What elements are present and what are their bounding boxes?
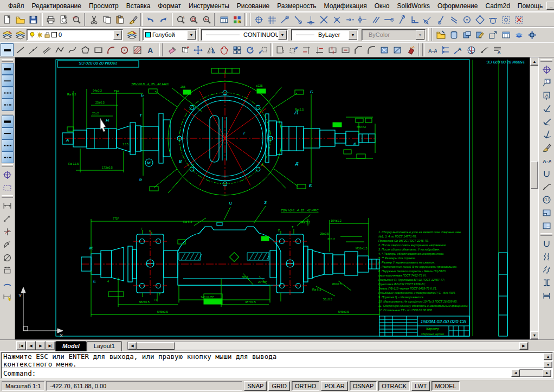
datum-frame-button[interactable] [540, 89, 553, 102]
scroll-up-button[interactable]: ▲ [530, 57, 539, 66]
command-scroll-down[interactable]: ▼ [544, 361, 552, 368]
lwt-toggle[interactable]: LWT [411, 381, 430, 391]
lineweight-combo-arrow[interactable]: ▼ [349, 30, 357, 40]
command-scroll-up[interactable]: ▲ [544, 353, 552, 360]
dim-radius-button[interactable] [1, 238, 14, 251]
table-style-button[interactable] [499, 28, 512, 41]
hatch-button[interactable] [131, 43, 144, 56]
detail-view-button[interactable] [540, 206, 553, 219]
break-button[interactable] [326, 43, 339, 56]
position-marker-button[interactable] [540, 76, 553, 89]
weld-designation-button[interactable] [540, 141, 553, 154]
surface-finish-button[interactable] [540, 102, 553, 115]
print-preview-button[interactable] [57, 13, 70, 26]
erase-button[interactable] [165, 43, 178, 56]
osnap-quadrant2-button[interactable] [473, 13, 486, 26]
extend-button[interactable] [313, 43, 326, 56]
snap-toggle[interactable]: SNAP [244, 381, 267, 391]
move-button[interactable] [191, 43, 204, 56]
block-editor-button[interactable] [434, 28, 447, 41]
command-vscrollbar[interactable]: ▲ ▼ [544, 353, 552, 368]
zoom-previous-button[interactable] [200, 13, 213, 26]
osnap-from-button[interactable] [278, 13, 291, 26]
print-button[interactable] [44, 13, 57, 26]
menu-draw[interactable]: Рисование [233, 1, 273, 11]
osnap-center2-button[interactable] [460, 13, 473, 26]
section-view-button[interactable] [540, 154, 553, 167]
trim-button[interactable] [300, 43, 313, 56]
command-scroll-left[interactable]: ◀ [511, 369, 520, 377]
menu-edit[interactable]: Редактирование [28, 1, 85, 11]
canvas-vscrollbar[interactable]: ▲ ▼ [530, 57, 538, 339]
menu-window[interactable]: Окно [371, 1, 394, 11]
layer-dashed-button[interactable] [2, 139, 14, 151]
open-button[interactable] [14, 13, 27, 26]
linetype-combo[interactable]: CONTINUOUS ▼ [201, 29, 288, 41]
cut-button[interactable] [87, 13, 100, 26]
menu-file[interactable]: Файл [4, 1, 28, 11]
rectangle-button[interactable] [92, 43, 105, 56]
osnap-none-button[interactable] [512, 13, 525, 26]
scale-reference-button[interactable] [486, 28, 499, 41]
tab-first-button[interactable]: |◀ [16, 341, 26, 350]
menu-modify[interactable]: Модификация [320, 1, 371, 11]
scroll-down-button[interactable]: ▼ [530, 331, 539, 339]
multiline-button[interactable] [40, 43, 53, 56]
dim-symmetry-button[interactable] [1, 225, 14, 238]
layer-manager-button[interactable] [1, 28, 14, 41]
new-button[interactable] [1, 13, 14, 26]
seam-bracket-button[interactable] [540, 276, 553, 289]
dim-aligned-button[interactable] [1, 212, 14, 225]
osnap-extension-button[interactable] [343, 13, 356, 26]
center-mark2-button[interactable] [540, 63, 553, 76]
scroll-right-button[interactable]: ▶ [519, 342, 528, 350]
command-scroll-right[interactable]: ▶ [543, 369, 551, 377]
tolerance-button[interactable] [465, 43, 478, 56]
model-toggle[interactable]: MODEL [431, 381, 459, 391]
lineweight-combo[interactable]: ByLayer ▼ [291, 29, 358, 41]
array-button[interactable] [230, 43, 243, 56]
tab-last-button[interactable]: ▶| [46, 341, 55, 350]
linetype-combo-arrow[interactable]: ▼ [278, 30, 287, 40]
canvas-hscrollbar[interactable]: ◀ ▶ [127, 342, 529, 350]
lineweight-thin-button[interactable] [2, 75, 14, 87]
osnap-settings-button[interactable] [499, 13, 512, 26]
layer-dashdot-button[interactable] [2, 151, 14, 163]
rotate-button[interactable] [243, 43, 256, 56]
ortho-toggle[interactable]: ORTHO [292, 381, 320, 391]
slope-button[interactable] [391, 43, 404, 56]
position-circle-button[interactable] [540, 193, 553, 206]
line-button[interactable] [14, 43, 27, 56]
stretch-button[interactable] [287, 43, 300, 56]
properties-button[interactable] [473, 28, 486, 41]
paste-button[interactable] [113, 13, 126, 26]
solids-button[interactable] [512, 28, 525, 41]
drawing-canvas[interactable]: 1500М.02.00.020 СБ 1500М.02.00.020 СБ [15, 57, 530, 339]
command-input[interactable]: Command: [2, 368, 552, 378]
otrack-toggle[interactable]: OTRACK [378, 381, 410, 391]
find-button[interactable]: abc [70, 13, 83, 26]
layer-thin-button[interactable] [2, 127, 14, 139]
match-properties-button[interactable] [126, 13, 139, 26]
osnap-apparent-intersection-button[interactable] [330, 13, 343, 26]
menu-dimension[interactable]: Размерность [273, 1, 320, 11]
save-button[interactable] [27, 13, 40, 26]
color-tools-button[interactable] [230, 13, 243, 26]
osnap-toggle[interactable]: OSNAP [350, 381, 377, 391]
detail-note-button[interactable] [540, 219, 553, 232]
osnap-quadrant-button[interactable] [369, 13, 382, 26]
database-button[interactable] [447, 28, 460, 41]
multiline-text-button[interactable] [491, 43, 504, 56]
dim-arc-button[interactable] [1, 277, 14, 290]
zoom-window-button[interactable] [187, 13, 200, 26]
hscroll-thumb[interactable] [137, 342, 175, 350]
circle-button[interactable] [118, 43, 131, 56]
osnap-node-button[interactable] [434, 13, 447, 26]
osnap-parallel-button[interactable] [408, 13, 421, 26]
linetype-dashed-button[interactable] [2, 87, 14, 99]
redo-button[interactable] [157, 13, 170, 26]
layer-combo[interactable]: 0 ▼ [27, 29, 123, 41]
tab-layout1[interactable]: Layout1 [87, 341, 122, 351]
seam-single-button[interactable] [540, 237, 553, 250]
menu-format[interactable]: Формат [154, 1, 185, 11]
